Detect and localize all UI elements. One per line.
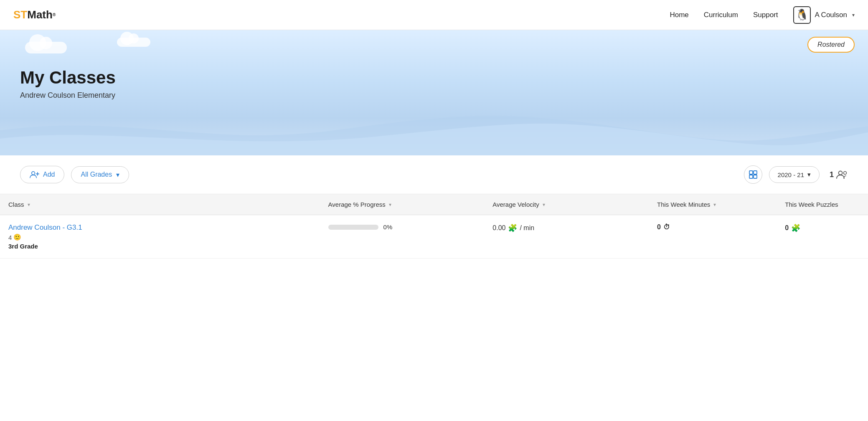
cloud-2 [117, 38, 150, 47]
user-name: A Coulson [815, 11, 848, 19]
velocity-sort-icon: ▾ [543, 202, 545, 208]
all-grades-button[interactable]: All Grades ▾ [71, 166, 129, 183]
student-face-icon: 🙂 [13, 233, 21, 241]
progress-bar [328, 225, 378, 230]
year-chevron: ▾ [807, 171, 811, 178]
hero-clouds [0, 34, 868, 68]
nav-home[interactable]: Home [670, 11, 688, 19]
velocity-number: 0.00 [492, 224, 505, 232]
table-header-row: Class ▾ Average % Progress ▾ Average Vel… [0, 194, 868, 215]
logo-st: ST [13, 8, 27, 21]
add-people-icon [30, 170, 40, 179]
school-name: Andrew Coulson Elementary [20, 91, 848, 100]
class-name-link[interactable]: Andrew Coulson - G3.1 [8, 223, 312, 232]
penguin-icon: 🐧 [795, 8, 809, 21]
progress-sort-icon: ▾ [389, 202, 391, 208]
puzzles-cell: 0 🧩 [777, 215, 868, 259]
progress-bar-container: 0% [328, 223, 476, 231]
svg-point-8 [844, 172, 847, 175]
svg-point-7 [839, 171, 843, 175]
user-menu[interactable]: 🐧 A Coulson ▾ [793, 6, 855, 24]
nav-curriculum[interactable]: Curriculum [704, 11, 738, 19]
velocity-puzzle-icon: 🧩 [508, 223, 517, 233]
svg-rect-6 [754, 175, 757, 178]
class-count: 1 [830, 170, 834, 179]
class-students: 4 🙂 [8, 233, 312, 241]
navbar: ST Math ® Home Curriculum Support 🐧 A Co… [0, 0, 868, 30]
puzzles-icon: 🧩 [791, 223, 800, 233]
logo-dot: ® [53, 13, 56, 17]
student-count: 4 [8, 234, 12, 241]
velocity-value: 0.00 🧩 / min [492, 223, 640, 233]
th-minutes[interactable]: This Week Minutes ▾ [649, 194, 777, 215]
navbar-right: Home Curriculum Support 🐧 A Coulson ▾ [670, 6, 855, 24]
page-title: My Classes [20, 68, 848, 88]
controls-row: Add All Grades ▾ 2020 - 21 ▾ 1 [0, 155, 868, 194]
minutes-cell: 0 ⏱ [649, 215, 777, 259]
logo-math: Math [27, 8, 53, 21]
grid-icon [749, 170, 757, 179]
puzzles-number: 0 [785, 224, 789, 232]
grades-chevron: ▾ [116, 171, 119, 179]
user-avatar: 🐧 [793, 6, 811, 24]
table-row: Andrew Coulson - G3.1 4 🙂 3rd Grade 0% [0, 215, 868, 259]
puzzles-value: 0 🧩 [785, 223, 860, 233]
th-class[interactable]: Class ▾ [0, 194, 320, 215]
nav-support[interactable]: Support [753, 11, 778, 19]
svg-point-0 [32, 172, 35, 175]
class-count-badge: 1 [830, 170, 848, 179]
velocity-cell: 0.00 🧩 / min [484, 215, 649, 259]
stopwatch-icon: ⏱ [663, 223, 670, 231]
th-progress[interactable]: Average % Progress ▾ [320, 194, 485, 215]
svg-rect-4 [754, 171, 757, 174]
progress-label: 0% [383, 223, 393, 231]
velocity-unit: / min [520, 224, 534, 232]
svg-rect-5 [749, 175, 753, 178]
progress-cell: 0% [320, 215, 485, 259]
add-button[interactable]: Add [20, 166, 64, 183]
year-selector[interactable]: 2020 - 21 ▾ [769, 166, 820, 183]
minutes-number: 0 [657, 223, 661, 231]
th-puzzles[interactable]: This Week Puzzles [777, 194, 868, 215]
all-grades-label: All Grades [81, 171, 112, 178]
hero-banner: My Classes Andrew Coulson Elementary Ros… [0, 30, 868, 155]
class-grade: 3rd Grade [8, 243, 312, 250]
class-sort-icon: ▾ [28, 202, 30, 208]
user-menu-chevron: ▾ [852, 12, 855, 18]
minutes-value: 0 ⏱ [657, 223, 768, 231]
classes-table: Class ▾ Average % Progress ▾ Average Vel… [0, 194, 868, 259]
year-label: 2020 - 21 [778, 171, 804, 178]
class-cell: Andrew Coulson - G3.1 4 🙂 3rd Grade [0, 215, 320, 259]
th-velocity[interactable]: Average Velocity ▾ [484, 194, 649, 215]
people-count-icon [836, 170, 848, 179]
add-label: Add [43, 171, 55, 178]
logo[interactable]: ST Math ® [13, 8, 56, 21]
classes-table-container: Class ▾ Average % Progress ▾ Average Vel… [0, 194, 868, 259]
cloud-1 [25, 42, 67, 53]
minutes-sort-icon: ▾ [713, 202, 716, 208]
grid-view-button[interactable] [744, 165, 762, 184]
hero-wave [0, 105, 868, 155]
svg-rect-3 [749, 171, 753, 174]
rostered-badge: Rostered [807, 37, 855, 53]
